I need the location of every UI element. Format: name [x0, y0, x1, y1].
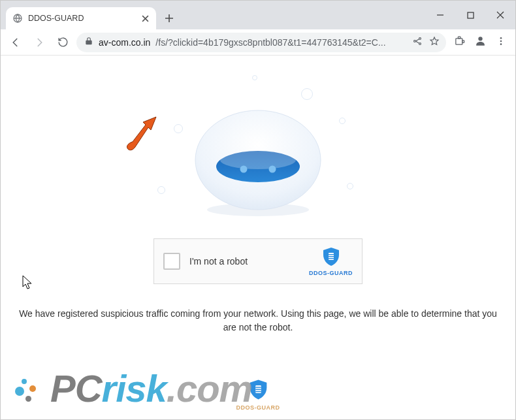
svg-rect-23 — [255, 387, 261, 388]
ddos-guard-badge: DDOS-GUARD — [309, 247, 353, 276]
watermark-dom: .com — [167, 367, 252, 410]
captcha-box: I'm not a robot DDOS-GUARD — [153, 238, 363, 284]
close-icon[interactable] — [140, 14, 150, 23]
bubble-icon — [339, 118, 346, 124]
watermark: PCrisk.com — [15, 366, 252, 410]
browser-tab[interactable]: DDOS-GUARD — [6, 7, 156, 29]
bubble-icon — [347, 183, 353, 189]
url-path: /fs/?clickid=4b179gxsc8pntbl087&t1=44776… — [155, 37, 385, 48]
svg-point-16 — [240, 166, 248, 173]
svg-point-2 — [414, 40, 416, 42]
captcha-label: I'm not a robot — [189, 256, 300, 267]
svg-point-9 — [500, 37, 502, 39]
extensions-icon[interactable] — [454, 35, 465, 49]
tab-title: DDOS-GUARD — [28, 14, 135, 23]
arrow-annotation-icon — [118, 116, 164, 164]
star-icon[interactable] — [429, 36, 440, 48]
notice-text: We have registered suspicious traffic co… — [1, 307, 515, 334]
svg-rect-21 — [329, 258, 334, 259]
bubble-icon — [174, 124, 183, 133]
svg-rect-25 — [255, 391, 261, 393]
svg-point-8 — [478, 37, 482, 40]
minimize-button[interactable] — [425, 4, 455, 26]
svg-rect-20 — [329, 256, 334, 257]
profile-icon[interactable] — [474, 35, 487, 50]
new-tab-button[interactable] — [160, 9, 178, 27]
svg-point-11 — [500, 43, 502, 45]
watermark-logo-icon — [15, 374, 45, 404]
svg-point-4 — [419, 43, 421, 45]
svg-rect-1 — [468, 12, 474, 18]
toolbar: av-com.co.in/fs/?clickid=4b179gxsc8pntbl… — [1, 29, 515, 56]
bubble-icon — [252, 75, 257, 80]
menu-icon[interactable] — [496, 36, 506, 49]
watermark-pc: PC — [50, 367, 102, 410]
bubble-icon — [157, 186, 165, 194]
maximize-button[interactable] — [455, 4, 485, 26]
svg-point-17 — [269, 166, 276, 173]
reload-button[interactable] — [53, 33, 73, 52]
window-close-button[interactable] — [485, 4, 515, 26]
lock-icon — [84, 37, 93, 48]
share-icon[interactable] — [412, 36, 423, 48]
svg-point-3 — [419, 38, 421, 40]
shield-icon — [322, 247, 340, 268]
captcha-checkbox[interactable] — [163, 253, 180, 270]
address-bar[interactable]: av-com.co.in/fs/?clickid=4b179gxsc8pntbl… — [76, 33, 446, 52]
back-button[interactable] — [6, 33, 25, 52]
svg-point-15 — [220, 151, 296, 169]
window-controls — [425, 1, 515, 29]
tab-strip: DDOS-GUARD — [1, 1, 515, 29]
browser-window: DDOS-GUARD — [0, 0, 516, 420]
robot-illustration — [186, 95, 330, 212]
forward-button[interactable] — [29, 33, 49, 52]
globe-icon — [12, 13, 23, 24]
page-content: I'm not a robot DDOS-GUARD We have regis… — [1, 56, 515, 419]
svg-rect-24 — [255, 389, 261, 390]
watermark-risk: risk — [102, 367, 167, 410]
svg-rect-5 — [456, 39, 462, 44]
ddos-guard-label: DDOS-GUARD — [309, 270, 353, 276]
svg-point-10 — [500, 40, 502, 42]
svg-rect-6 — [458, 37, 460, 39]
svg-rect-7 — [462, 40, 464, 43]
toolbar-right — [450, 35, 510, 50]
svg-rect-19 — [329, 254, 334, 255]
url-domain: av-com.co.in — [99, 37, 150, 48]
cursor-icon — [22, 274, 33, 293]
